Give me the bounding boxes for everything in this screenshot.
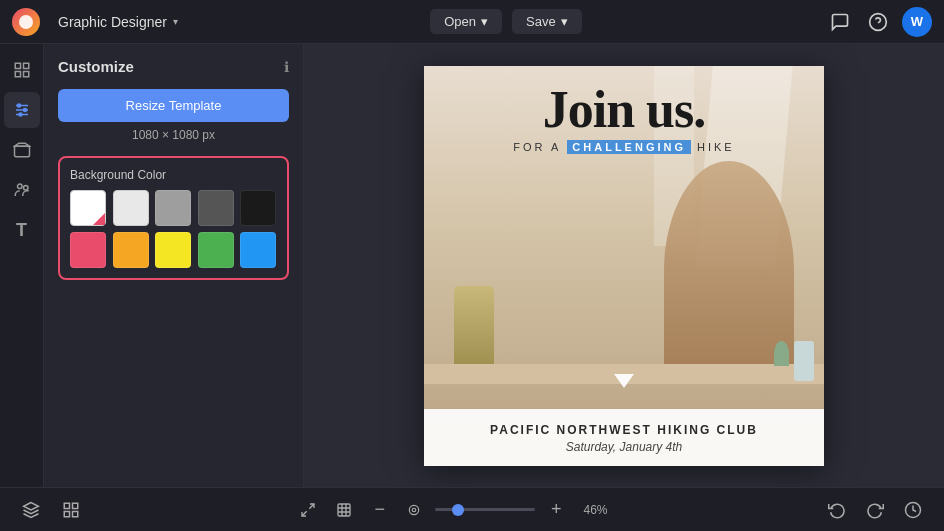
info-icon[interactable]: ℹ — [284, 59, 289, 75]
svg-rect-17 — [73, 503, 78, 508]
color-swatch-lightgray[interactable] — [113, 190, 149, 226]
open-label: Open — [444, 14, 476, 29]
background-color-section: Background Color — [58, 156, 289, 280]
redo-button[interactable] — [860, 497, 890, 523]
zoom-out-button[interactable]: − — [366, 497, 393, 522]
main-area: T Customize ℹ Resize Template 1080 × 108… — [0, 44, 944, 487]
color-swatch-green[interactable] — [198, 232, 234, 268]
history-button[interactable] — [898, 497, 928, 523]
triangle-pointer — [614, 374, 634, 388]
topbar: Graphic Designer ▾ Open ▾ Save ▾ W — [0, 0, 944, 44]
topbar-right: W — [826, 7, 932, 37]
svg-rect-3 — [23, 63, 28, 68]
canvas-subtitle: FOR A CHALLENGING HIKE — [424, 140, 824, 154]
svg-line-21 — [302, 511, 307, 516]
svg-line-20 — [310, 504, 315, 509]
zoom-in-button[interactable]: + — [543, 497, 570, 522]
avatar-label: W — [911, 14, 923, 29]
user-avatar-button[interactable]: W — [902, 7, 932, 37]
zoom-pin-button[interactable] — [401, 499, 427, 521]
layers-toggle-button[interactable] — [16, 497, 46, 523]
subtitle-before: FOR A — [513, 141, 561, 153]
open-button[interactable]: Open ▾ — [430, 9, 502, 34]
color-swatch-gray[interactable] — [155, 190, 191, 226]
fullscreen-button[interactable] — [294, 498, 322, 522]
color-swatch-yellow[interactable] — [155, 232, 191, 268]
app-logo — [12, 8, 40, 36]
color-grid — [70, 190, 277, 268]
svg-point-23 — [412, 508, 416, 512]
svg-rect-4 — [15, 72, 20, 77]
topbar-center: Open ▾ Save ▾ — [186, 9, 826, 34]
svg-rect-2 — [15, 63, 20, 68]
icon-sidebar: T — [0, 44, 44, 487]
color-swatch-orange[interactable] — [113, 232, 149, 268]
panel-title: Customize — [58, 58, 134, 75]
svg-point-10 — [23, 109, 26, 112]
scene-item1 — [794, 341, 814, 381]
resize-label: Resize Template — [126, 98, 222, 113]
scene-plant — [774, 341, 789, 366]
canvas-date: Saturday, January 4th — [434, 440, 814, 454]
color-swatch-red[interactable] — [70, 232, 106, 268]
save-label: Save — [526, 14, 556, 29]
svg-point-9 — [17, 104, 20, 107]
svg-rect-5 — [23, 72, 28, 77]
app-title-button[interactable]: Graphic Designer ▾ — [50, 10, 186, 34]
sidebar-grid-button[interactable] — [4, 52, 40, 88]
club-name: PACIFIC NORTHWEST HIKING CLUB — [434, 423, 814, 437]
panel-header: Customize ℹ — [58, 58, 289, 75]
svg-marker-15 — [24, 502, 39, 510]
canvas-join-text: Join us. — [424, 84, 824, 136]
svg-rect-18 — [64, 511, 69, 516]
canvas-area: Join us. FOR A CHALLENGING HIKE PACIFIC … — [304, 44, 944, 487]
bg-color-label: Background Color — [70, 168, 277, 182]
grid-toggle-button[interactable] — [56, 497, 86, 523]
svg-point-14 — [23, 186, 28, 191]
svg-rect-12 — [14, 146, 29, 157]
fit-screen-button[interactable] — [330, 498, 358, 522]
help-icon-button[interactable] — [864, 8, 892, 36]
save-button[interactable]: Save ▾ — [512, 9, 582, 34]
canvas-text-overlay: Join us. FOR A CHALLENGING HIKE — [424, 84, 824, 154]
sidebar-customize-button[interactable] — [4, 92, 40, 128]
canvas-image: Join us. FOR A CHALLENGING HIKE PACIFIC … — [424, 66, 824, 466]
toolbar-center: − + 46% — [294, 497, 613, 522]
svg-rect-19 — [73, 511, 78, 516]
bottom-toolbar: − + 46% — [0, 487, 944, 531]
subtitle-highlight: CHALLENGING — [567, 140, 691, 154]
sidebar-text-button[interactable]: T — [4, 212, 40, 248]
resize-template-button[interactable]: Resize Template — [58, 89, 289, 122]
save-chevron: ▾ — [561, 14, 568, 29]
zoom-slider[interactable] — [435, 508, 535, 511]
zoom-percent-label: 46% — [578, 503, 614, 517]
sidebar-layers-button[interactable] — [4, 132, 40, 168]
canvas-container: Join us. FOR A CHALLENGING HIKE PACIFIC … — [424, 66, 824, 466]
color-swatch-darkgray[interactable] — [198, 190, 234, 226]
open-chevron: ▾ — [481, 14, 488, 29]
chat-icon-button[interactable] — [826, 8, 854, 36]
toolbar-left — [16, 497, 86, 523]
svg-rect-22 — [338, 504, 350, 516]
toolbar-right — [822, 497, 928, 523]
color-swatch-white[interactable] — [70, 190, 106, 226]
svg-point-11 — [19, 113, 22, 116]
color-swatch-blue[interactable] — [240, 232, 276, 268]
canvas-bottom-card: PACIFIC NORTHWEST HIKING CLUB Saturday, … — [424, 409, 824, 466]
app-title-label: Graphic Designer — [58, 14, 167, 30]
topbar-left: Graphic Designer ▾ — [12, 8, 186, 36]
svg-point-24 — [409, 505, 418, 514]
subtitle-after: HIKE — [697, 141, 735, 153]
customize-panel: Customize ℹ Resize Template 1080 × 1080 … — [44, 44, 304, 487]
color-swatch-black[interactable] — [240, 190, 276, 226]
sidebar-people-button[interactable] — [4, 172, 40, 208]
template-size-label: 1080 × 1080 px — [58, 128, 289, 142]
svg-rect-16 — [64, 503, 69, 508]
svg-point-13 — [17, 184, 22, 189]
undo-button[interactable] — [822, 497, 852, 523]
app-title-chevron: ▾ — [173, 16, 178, 27]
scene-vase — [454, 286, 494, 366]
